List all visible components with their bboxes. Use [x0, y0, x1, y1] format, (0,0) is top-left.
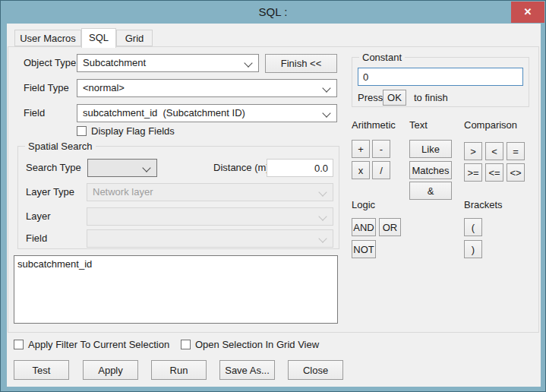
tab-sql-label: SQL	[89, 32, 109, 43]
field-label: Field	[24, 107, 45, 119]
chevron-down-icon	[322, 109, 330, 117]
layer-type-label: Layer Type	[26, 186, 74, 198]
layer-select	[87, 207, 333, 226]
apply-filter-checkbox[interactable]	[14, 340, 24, 349]
open-selection-label: Open Selection In Grid View	[195, 339, 319, 351]
display-flag-fields-label: Display Flag Fields	[91, 125, 175, 138]
layer-type-value: Network layer	[93, 186, 153, 198]
chevron-down-icon	[318, 234, 327, 242]
field-type-label: Field Type	[24, 82, 69, 94]
field-value: subcatchment_id (Subcatchment ID)	[83, 107, 245, 119]
run-button[interactable]: Run	[151, 360, 207, 380]
text-ops-label: Text	[409, 119, 428, 131]
greater-equal-button[interactable]: >=	[464, 163, 482, 182]
search-type-label: Search Type	[26, 162, 81, 174]
not-button[interactable]: NOT	[352, 240, 376, 258]
arithmetic-label: Arithmetic	[352, 119, 396, 131]
close-bracket-button[interactable]: )	[464, 240, 482, 258]
chevron-down-icon	[318, 188, 327, 196]
logic-label: Logic	[352, 199, 375, 211]
close-icon: ✕	[524, 6, 532, 17]
distance-label: Distance (m)	[213, 162, 270, 174]
field-type-select[interactable]: <normal>	[77, 79, 337, 97]
like-button[interactable]: Like	[409, 140, 452, 158]
comparison-label: Comparison	[464, 119, 517, 131]
layer-type-select: Network layer	[87, 183, 333, 201]
distance-input[interactable]	[267, 159, 333, 177]
tab-user-macros-label: User Macros	[20, 33, 76, 44]
object-type-value: Subcatchment	[83, 57, 146, 68]
equals-button[interactable]: =	[507, 142, 525, 160]
tab-user-macros[interactable]: User Macros	[14, 30, 81, 46]
display-flag-fields-checkbox[interactable]	[77, 126, 87, 136]
apply-button[interactable]: Apply	[83, 360, 138, 380]
title-bar[interactable]: SQL :	[1, 1, 545, 24]
less-equal-button[interactable]: <=	[485, 163, 503, 182]
plus-button[interactable]: +	[352, 140, 370, 158]
open-selection-checkbox[interactable]	[181, 340, 191, 349]
tab-grid-label: Grid	[125, 33, 144, 44]
constant-title: Constant	[359, 52, 405, 63]
brackets-label: Brackets	[464, 199, 503, 211]
less-than-button[interactable]: <	[485, 142, 503, 160]
spatial-field-select	[87, 229, 333, 248]
window-title: SQL :	[259, 5, 288, 18]
divide-button[interactable]: /	[372, 161, 390, 179]
multiply-button[interactable]: x	[352, 161, 370, 179]
concat-button[interactable]: &	[409, 182, 452, 200]
sql-query-editor[interactable]: subcatchment_id	[14, 255, 338, 324]
minus-button[interactable]: -	[372, 140, 390, 158]
sql-dialog: SQL : ✕ User Macros SQL Grid Object Type…	[0, 0, 546, 392]
object-type-select[interactable]: Subcatchment	[77, 54, 259, 72]
ok-button[interactable]: OK	[383, 90, 406, 106]
apply-filter-label: Apply Filter To Current Selection	[28, 339, 169, 351]
finish-button[interactable]: Finish <<	[265, 54, 337, 73]
tab-grid[interactable]: Grid	[116, 30, 153, 46]
dialog-client-area: User Macros SQL Grid Object Type Subcatc…	[7, 24, 541, 387]
greater-than-button[interactable]: >	[464, 142, 482, 160]
field-type-value: <normal>	[83, 82, 125, 93]
object-type-label: Object Type	[24, 57, 76, 69]
open-bracket-button[interactable]: (	[464, 218, 482, 236]
not-equal-button[interactable]: <>	[507, 163, 525, 182]
save-as-button[interactable]: Save As...	[219, 360, 275, 380]
and-button[interactable]: AND	[352, 218, 376, 236]
search-type-select[interactable]	[87, 159, 157, 177]
close-dialog-button[interactable]: Close	[288, 360, 343, 380]
or-button[interactable]: OR	[379, 218, 401, 236]
test-button[interactable]: Test	[14, 360, 69, 380]
close-button[interactable]: ✕	[511, 2, 544, 23]
tab-sql[interactable]: SQL	[81, 28, 116, 48]
matches-button[interactable]: Matches	[409, 161, 452, 179]
chevron-down-icon	[318, 212, 327, 220]
press-label: Press	[358, 92, 383, 104]
constant-input[interactable]	[358, 68, 523, 86]
spatial-search-title: Spatial Search	[25, 141, 96, 152]
to-finish-label: to finish	[414, 92, 448, 104]
layer-label: Layer	[26, 210, 51, 223]
chevron-down-icon	[142, 163, 150, 172]
chevron-down-icon	[244, 58, 252, 67]
field-select[interactable]: subcatchment_id (Subcatchment ID)	[77, 104, 337, 122]
chevron-down-icon	[322, 84, 330, 92]
spatial-field-label: Field	[26, 232, 47, 245]
